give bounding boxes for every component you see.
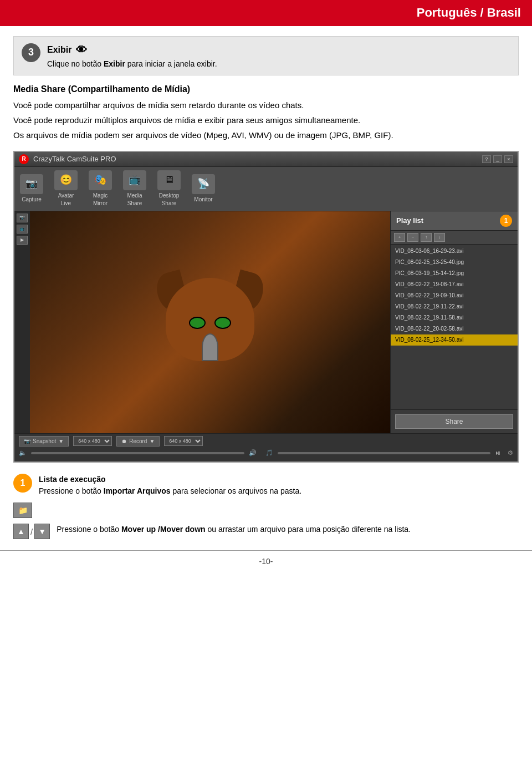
media-share-title: Media Share (Compartilhamento de Mídia) [13,83,519,95]
play-controls-icon: ⏯ [495,449,501,457]
media-share-text1: Você pode compartilhar arquivos de mídia… [13,99,519,111]
info-section: 1 Lista de execução Pressione o botão Im… [13,474,519,539]
settings-icon: ⚙ [508,449,513,457]
list-item[interactable]: VID_08-02-22_19-08-17.avi [391,279,518,290]
list-item[interactable]: VID_08-02-22_19-09-10.avi [391,290,518,301]
snapshot-dropdown-icon: ▼ [58,438,64,444]
sidebar-tv-icon[interactable]: 📺 [17,225,28,234]
avatar-icon: 😊 [54,170,78,190]
monitor-icon: 📡 [192,174,215,194]
app-toolbar: 📷 Capture 😊 AvatarLive 🎭 MagicMirror 📺 M… [14,167,518,211]
video-panel [30,211,390,433]
remove-file-button[interactable]: − [407,233,418,242]
info-row-2: 📁 [13,503,519,518]
media-share-text3: Os arquivos de mídia podem ser arquivos … [13,129,519,141]
move-down-button[interactable]: ↓ [434,233,445,242]
volume-slider[interactable] [31,452,244,454]
close-button[interactable]: × [504,155,513,163]
controls-row-2: 🔈 🔊 🎵 ⏯ ⚙ [19,449,513,457]
dog-eye-left [189,317,206,329]
move-up-button[interactable]: ↑ [421,233,432,242]
step3-subtitle: Clique no botão Exibir para iniciar a ja… [47,59,510,70]
import-icon-box: 📁 [13,503,32,518]
header-title: Português / Brasil [417,6,521,19]
video-content [155,267,265,378]
share-section: Share [391,409,518,433]
volume-up-icon: 🔊 [249,449,257,457]
playlist-badge: 1 [500,215,512,227]
record-resolution-select[interactable]: 640 x 480 [164,436,203,446]
toolbar-avatar-live[interactable]: 😊 AvatarLive [54,170,78,207]
snapshot-cam-icon: 📷 [24,438,30,444]
playlist-header: Play list 1 [391,211,518,231]
snapshot-button[interactable]: 📷 Snapshot ▼ [19,436,69,447]
list-item[interactable]: PIC_08-03-19_15-14-12.jpg [391,268,518,279]
capture-icon: 📷 [20,174,43,194]
step3-content: Exibir 👁 Clique no botão Exibir para ini… [47,42,510,70]
app-logo-icon: R [19,154,29,164]
page-header: Português / Brasil [0,0,532,26]
help-button[interactable]: ? [482,155,491,163]
step3-circle: 3 [22,43,40,62]
app-window: R CrazyTalk CamSuite PRO ? _ × 📷 Capture… [14,152,518,462]
info-badge-1: 1 [13,474,32,493]
snapshot-resolution-select[interactable]: 640 x 480 [73,436,112,446]
list-item[interactable]: VID_08-03-06_16-29-23.avi [391,246,518,257]
microphone-icon [202,333,218,361]
step3-title: Exibir 👁 [47,42,510,58]
app-titlebar: R CrazyTalk CamSuite PRO ? _ × [14,152,518,167]
audio-slider[interactable] [278,452,491,454]
playlist-title: Play list [396,216,495,226]
magic-mirror-icon: 🎭 [89,170,112,190]
page-number: -10- [259,557,273,566]
sidebar-arrow-icon[interactable]: ▶ [17,236,28,245]
speaker-icon: 🎵 [265,449,273,457]
info-row-3: ▲ / ▼ Pressione o botão Mover up /Mover … [13,524,519,539]
folder-icon: 📁 [18,505,28,516]
move-up-arrow[interactable]: ▲ [13,524,29,539]
toolbar-media-share[interactable]: 📺 MediaShare [123,170,146,207]
step3-box: 3 Exibir 👁 Clique no botão Exibir para i… [13,36,519,76]
volume-down-icon: 🔈 [19,449,27,457]
video-display [30,211,390,433]
record-label: Record [129,438,147,444]
list-item[interactable]: VID_08-02-22_20-02-58.avi [391,323,518,334]
app-left-sidebar: 📷 📺 ▶ [14,211,30,433]
app-body: 📷 📺 ▶ [14,211,518,433]
list-item[interactable]: PIC_08-02-25_13-25-40.jpg [391,257,518,268]
sidebar-cam-icon[interactable]: 📷 [17,214,28,222]
right-panel: Play list 1 + − ↑ ↓ VID_08-03-06_16-29-2… [390,211,518,433]
share-button[interactable]: Share [395,414,513,429]
playlist-toolbar: + − ↑ ↓ [391,231,518,245]
list-item[interactable]: VID_08-02-22_19-11-58.avi [391,312,518,323]
playlist-items: VID_08-03-06_16-29-23.avi PIC_08-02-25_1… [391,245,518,409]
footer: -10- [0,550,532,573]
minimize-button[interactable]: _ [493,155,502,163]
record-button[interactable]: ⏺ Record ▼ [116,436,160,447]
window-controls: ? _ × [482,155,513,163]
controls-row-1: 📷 Snapshot ▼ 640 x 480 ⏺ Record ▼ 640 x … [19,436,513,447]
record-icon: ⏺ [121,438,127,444]
video-controls: 📷 Snapshot ▼ 640 x 480 ⏺ Record ▼ 640 x … [14,433,518,461]
list-item-active[interactable]: VID_08-02-25_12-34-50.avi [391,334,518,346]
list-item[interactable]: VID_08-02-22_19-11-22.avi [391,301,518,312]
toolbar-monitor[interactable]: 📡 Monitor [192,174,215,204]
main-content: Media Share (Compartilhamento de Mídia) … [0,83,532,140]
arrow-buttons: ▲ / ▼ [13,524,50,539]
app-screenshot: R CrazyTalk CamSuite PRO ? _ × 📷 Capture… [13,151,519,463]
toolbar-capture[interactable]: 📷 Capture [20,174,43,204]
snapshot-label: Snapshot [33,438,56,444]
info-row-1: 1 Lista de execução Pressione o botão Im… [13,474,519,497]
toolbar-desktop-share[interactable]: 🖥 DesktopShare [157,170,181,207]
info-text-3: Pressione o botão Mover up /Mover down o… [57,524,411,535]
toolbar-magic-mirror[interactable]: 🎭 MagicMirror [89,170,112,207]
info-text-1: Lista de execução Pressione o botão Impo… [39,474,301,497]
app-title: CrazyTalk CamSuite PRO [33,154,478,164]
dog-eye-right [214,317,231,329]
record-dropdown-icon: ▼ [149,438,155,444]
eye-icon: 👁 [76,42,87,58]
import-files-button[interactable]: + [394,233,405,242]
media-share-text2: Você pode reproduzir múltiplos arquivos … [13,114,519,126]
media-share-icon: 📺 [123,170,146,190]
move-down-arrow[interactable]: ▼ [34,524,50,539]
